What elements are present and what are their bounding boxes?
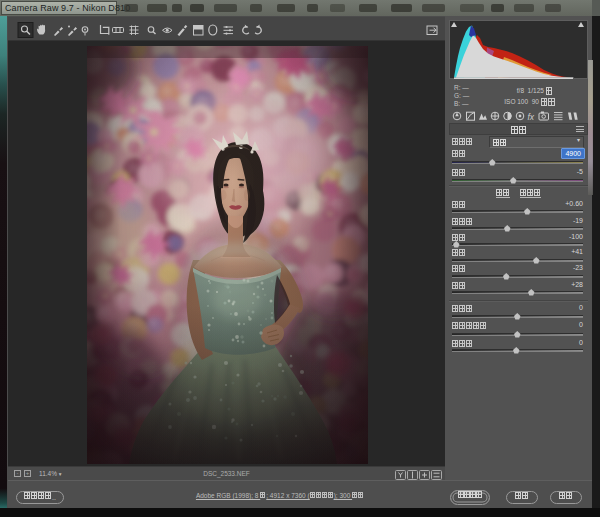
svg-text:fx: fx [528, 112, 535, 122]
